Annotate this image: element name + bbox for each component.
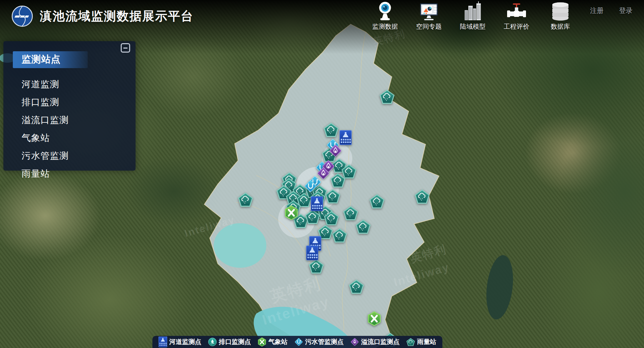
rain-station-icon [324, 211, 339, 226]
marker-rain[interactable] [332, 228, 347, 243]
river-legend-icon [158, 337, 167, 347]
legend-label: 溢流口监测点 [361, 338, 400, 346]
webcam-icon [377, 1, 393, 21]
rain-station-icon [343, 206, 358, 221]
marker-rain[interactable] [330, 173, 346, 188]
rain-station-icon [355, 219, 371, 234]
nav-label: 陆域模型 [460, 22, 486, 31]
legend-label: 雨量站 [417, 338, 436, 346]
overflow-station-icon [317, 167, 330, 180]
marker-rain[interactable] [324, 211, 339, 226]
nav-item-land-model[interactable]: 陆域模型 [457, 1, 489, 31]
rain-station-icon [330, 173, 346, 188]
river-station-icon [311, 196, 323, 211]
app: 英特利InteliwayInteliway英特利英特利Inteliway [0, 0, 644, 348]
rain-station-icon [369, 194, 385, 209]
legend-label: 河道监测点 [169, 338, 201, 346]
sidebar-item-2[interactable]: 溢流口监测 [22, 111, 136, 129]
nav-label: 数据库 [551, 22, 570, 31]
sewage-legend-icon [294, 338, 303, 346]
river-station-icon [340, 130, 352, 145]
rain-station-icon [406, 338, 415, 346]
marker-rain[interactable] [238, 192, 253, 207]
nav-label: 监测数据 [372, 22, 398, 31]
panel-minimize-button[interactable] [121, 43, 130, 53]
overflow-station-icon [329, 144, 342, 157]
marker-overflow[interactable] [329, 144, 342, 157]
map-legend: 河道监测点 排口监测点 气象站 污水管监测点 溢流口监测点 [152, 336, 442, 348]
rain-station-icon [309, 259, 324, 274]
legend-item-weather: 气象站 [258, 337, 288, 347]
marker-rain[interactable] [369, 194, 385, 209]
pipe-valve-icon [507, 2, 526, 21]
sidebar-item-5[interactable]: 雨量站 [22, 165, 136, 183]
nav-item-project-eval[interactable]: 工程评价 [500, 1, 533, 31]
legend-label: 气象站 [268, 338, 288, 346]
marker-rain[interactable] [379, 89, 395, 104]
rain-station-icon [332, 228, 347, 243]
river-station-icon [158, 337, 167, 347]
city-buildings-icon [464, 1, 481, 21]
marker-rain[interactable] [343, 206, 358, 221]
rain-station-icon [323, 122, 339, 137]
overflow-station-icon [350, 338, 359, 346]
marker-river[interactable] [311, 196, 323, 211]
panel-title: 监测站点 [13, 51, 88, 68]
platform-logo [11, 5, 33, 27]
marker-weather[interactable] [284, 205, 298, 221]
top-nav: 监测数据 空间专题 陆域模型 [369, 1, 577, 31]
sewage-pipe-station-icon [294, 338, 303, 346]
outfall-station-icon [208, 338, 217, 346]
legend-item-rain: 雨量站 [406, 338, 436, 346]
marker-rain[interactable] [309, 259, 324, 274]
rain-station-icon [305, 209, 320, 224]
monitor-chart-icon [419, 3, 438, 21]
sidebar-item-3[interactable]: 气象站 [22, 129, 136, 147]
nav-label: 空间专题 [416, 22, 442, 31]
monitor-chart-icon [419, 1, 438, 21]
overflow-legend-icon [350, 338, 359, 346]
auth-links: 注册 登录 [590, 6, 633, 15]
city-buildings-icon [464, 1, 481, 21]
rain-station-icon [349, 279, 364, 294]
weather-station-icon [367, 311, 381, 326]
marker-river[interactable] [340, 130, 352, 145]
sidebar-item-4[interactable]: 污水管监测 [22, 147, 136, 165]
marker-rain[interactable] [414, 189, 430, 204]
marker-rain[interactable] [305, 209, 320, 224]
weather-station-icon [258, 337, 266, 347]
rain-station-icon [238, 192, 253, 207]
pipe-valve-icon [507, 1, 526, 21]
marker-river[interactable] [306, 245, 318, 260]
marker-sewage[interactable] [304, 179, 317, 193]
outfall-legend-icon [208, 338, 217, 346]
marker-rain[interactable] [323, 122, 339, 137]
page-title: 滇池流域监测数据展示平台 [40, 8, 194, 25]
legend-item-river: 河道监测点 [158, 337, 201, 347]
sidebar-item-1[interactable]: 排口监测 [22, 93, 136, 111]
nav-item-monitor-data[interactable]: 监测数据 [369, 1, 401, 31]
marker-weather[interactable] [367, 311, 381, 326]
legend-label: 污水管监测点 [305, 338, 344, 346]
database-icon [551, 1, 570, 21]
marker-rain[interactable] [325, 189, 341, 204]
river-station-icon [306, 245, 318, 260]
rain-station-icon [325, 189, 341, 204]
station-panel: 监测站点 河道监测 排口监测 溢流口监测 气象站 污水管监测 雨量站 [3, 41, 136, 171]
webcam-icon [377, 1, 393, 21]
legend-item-overflow: 溢流口监测点 [350, 338, 400, 346]
rain-legend-icon [406, 338, 415, 346]
weather-station-icon [284, 205, 298, 221]
marker-rain[interactable] [355, 219, 371, 234]
sidebar-item-0[interactable]: 河道监测 [22, 76, 136, 93]
top-bar: 滇池流域监测数据展示平台 监测数据 空间专题 [0, 0, 644, 32]
marker-rain[interactable] [349, 279, 364, 294]
rain-station-icon [379, 89, 395, 104]
nav-item-database[interactable]: 数据库 [544, 1, 577, 31]
marker-overflow[interactable] [317, 167, 330, 180]
minus-icon [123, 48, 127, 49]
sewage-pipe-station-icon [304, 179, 317, 193]
nav-item-spatial-theme[interactable]: 空间专题 [413, 1, 445, 31]
login-link[interactable]: 登录 [619, 6, 633, 15]
register-link[interactable]: 注册 [590, 6, 604, 15]
